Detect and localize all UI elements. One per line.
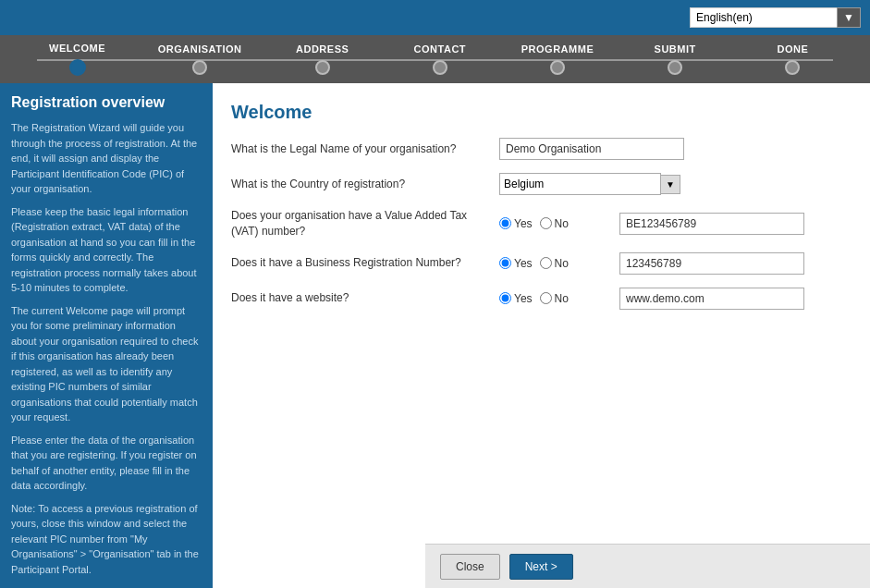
sidebar-para-4: Please enter the data of the organisatio… — [11, 433, 202, 494]
step-contact-dot — [433, 60, 447, 75]
steps-bar: WELCOME ORGANISATION ADDRESS CONTACT PRO… — [0, 35, 870, 83]
vat-radio-group: Yes No — [499, 217, 610, 230]
language-selector[interactable]: English(en) French(fr) German(de) Spanis… — [690, 7, 861, 28]
next-button[interactable]: Next > — [509, 554, 573, 580]
page-title: Welcome — [231, 102, 852, 123]
step-address-dot — [315, 60, 330, 75]
vat-no-label[interactable]: No — [540, 217, 569, 230]
form-section: What is the Legal Name of your organisat… — [231, 138, 852, 310]
vat-yes-radio[interactable] — [499, 217, 511, 229]
step-done-dot — [785, 60, 800, 75]
vat-question: Does your organisation have a Value Adde… — [231, 208, 490, 239]
country-select[interactable]: Belgium France Germany Netherlands — [499, 173, 661, 195]
country-question: What is the Country of registration? — [231, 177, 490, 192]
step-submit[interactable]: SUBMIT — [638, 43, 712, 75]
top-bar: English(en) French(fr) German(de) Spanis… — [0, 0, 870, 35]
vat-no-radio[interactable] — [540, 217, 552, 229]
step-done-label: DONE — [777, 43, 808, 55]
sidebar-para-3: The current Welcome page will prompt you… — [11, 303, 202, 425]
website-question: Does it have a website? — [231, 290, 490, 306]
step-welcome-dot — [69, 59, 86, 76]
step-organisation-dot — [192, 60, 207, 75]
step-submit-label: SUBMIT — [655, 43, 696, 55]
close-button[interactable]: Close — [440, 554, 500, 580]
business-reg-question: Does it have a Business Registration Num… — [231, 255, 490, 271]
step-contact[interactable]: CONTACT — [403, 43, 477, 75]
vat-yes-label[interactable]: Yes — [499, 217, 533, 230]
business-reg-yes-radio[interactable] — [499, 257, 511, 269]
step-contact-label: CONTACT — [414, 43, 466, 55]
sidebar: Registration overview The Registration W… — [0, 83, 213, 588]
country-row: What is the Country of registration? Bel… — [231, 173, 852, 195]
business-reg-input[interactable] — [619, 252, 804, 275]
step-submit-dot — [668, 60, 682, 75]
country-select-arrow[interactable]: ▼ — [661, 175, 680, 194]
step-programme[interactable]: PROGRAMME — [521, 43, 594, 75]
step-programme-label: PROGRAMME — [521, 43, 594, 55]
website-yes-label[interactable]: Yes — [499, 292, 533, 305]
vat-number-input[interactable] — [619, 213, 804, 235]
website-no-label[interactable]: No — [540, 292, 569, 305]
step-address-label: ADDRESS — [296, 43, 349, 55]
bottom-bar: Close Next > — [425, 544, 870, 588]
step-organisation[interactable]: ORGANISATION — [158, 43, 242, 75]
business-reg-no-label[interactable]: No — [540, 257, 569, 270]
website-row: Does it have a website? Yes No — [231, 288, 852, 310]
main-layout: Registration overview The Registration W… — [0, 83, 870, 588]
step-organisation-label: ORGANISATION — [158, 43, 242, 55]
business-reg-no-radio[interactable] — [540, 257, 552, 269]
website-no-radio[interactable] — [540, 292, 552, 304]
website-yes-radio[interactable] — [499, 292, 511, 304]
content-area: Welcome What is the Legal Name of your o… — [213, 83, 870, 588]
step-done[interactable]: DONE — [755, 43, 829, 75]
sidebar-para-1: The Registration Wizard will guide you t… — [11, 120, 202, 197]
sidebar-para-5: Note: To access a previous registration … — [11, 501, 202, 578]
step-welcome-label: WELCOME — [49, 43, 105, 54]
step-programme-dot — [550, 60, 565, 75]
language-dropdown[interactable]: English(en) French(fr) German(de) Spanis… — [690, 7, 838, 28]
website-input[interactable] — [619, 288, 804, 310]
language-dropdown-arrow[interactable]: ▼ — [837, 7, 861, 28]
legal-name-question: What is the Legal Name of your organisat… — [231, 141, 490, 157]
sidebar-title: Registration overview — [11, 94, 202, 111]
country-select-wrap: Belgium France Germany Netherlands ▼ — [499, 173, 680, 195]
business-reg-yes-label[interactable]: Yes — [499, 257, 533, 270]
vat-row: Does your organisation have a Value Adde… — [231, 208, 852, 239]
business-reg-radio-group: Yes No — [499, 257, 610, 270]
step-address[interactable]: ADDRESS — [286, 43, 360, 75]
legal-name-row: What is the Legal Name of your organisat… — [231, 138, 852, 160]
sidebar-para-2: Please keep the basic legal information … — [11, 204, 202, 296]
legal-name-input[interactable] — [499, 138, 684, 160]
step-welcome[interactable]: WELCOME — [41, 43, 115, 76]
website-radio-group: Yes No — [499, 292, 610, 305]
business-reg-row: Does it have a Business Registration Num… — [231, 252, 852, 275]
